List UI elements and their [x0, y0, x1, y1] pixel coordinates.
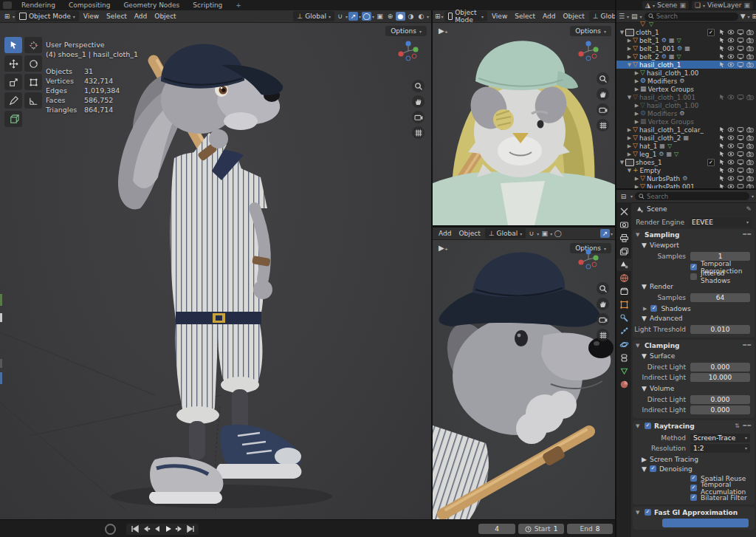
editor-type-icon[interactable]: ⊟ — [619, 192, 628, 201]
expand-arrow[interactable]: ▶ — [633, 78, 640, 84]
outliner-row-belt-1[interactable]: ▶▽belt_1⚙▦▽ — [616, 36, 756, 44]
outliner-row-hasil-cloth-1-colar-[interactable]: ▶▽hasil_cloth_1_colar_ — [616, 126, 756, 134]
spatial-reuse-checkbox[interactable]: ✓ — [690, 475, 697, 482]
outliner-row-empty[interactable]: ▼+Empty — [616, 166, 756, 174]
orientation-dropdown[interactable]: ⊥ Global▾ — [293, 11, 334, 21]
zoom-icon[interactable] — [597, 72, 609, 85]
new-viewlayer-icon[interactable]: ▣ — [743, 1, 750, 9]
volume-subpanel-header[interactable]: ▼Volume — [633, 383, 755, 393]
selectable-toggle-icon[interactable] — [718, 37, 726, 44]
disable-viewport-monitor-icon[interactable] — [737, 94, 745, 100]
editor-type-icon[interactable]: ⊞ — [2, 12, 12, 21]
outliner-row-leg-1[interactable]: ▶▽leg_1⚙▦▽ — [616, 150, 756, 158]
nav-gizmo[interactable] — [397, 40, 419, 62]
properties-search-input[interactable] — [647, 193, 746, 200]
scale-tool-button[interactable] — [4, 74, 22, 90]
outliner-row-nurbspath[interactable]: ▶▽NurbsPath⚙ — [616, 174, 756, 182]
workspace-tab-rendering[interactable]: Rendering — [15, 0, 62, 10]
disable-viewport-monitor-icon[interactable] — [737, 175, 745, 182]
bilateral-filter-checkbox[interactable]: ✓ — [690, 494, 697, 501]
filter-collection-icon[interactable]: ▤ — [631, 12, 638, 21]
properties-tab-data[interactable] — [616, 365, 631, 377]
volume-indirect-light-input[interactable]: 0.000 — [690, 406, 750, 414]
render-engine-dropdown[interactable]: EEVEE▾ — [689, 218, 752, 227]
viewport-subpanel-header[interactable]: ▼Viewport — [633, 240, 755, 250]
pan-hand-icon[interactable] — [597, 298, 609, 310]
app-menu-icon[interactable] — [3, 1, 12, 9]
disable-render-camera-icon[interactable] — [746, 53, 755, 60]
selectable-toggle-icon[interactable] — [718, 53, 726, 60]
selectable-toggle-icon[interactable] — [718, 159, 726, 165]
expand-arrow[interactable]: ▶ — [633, 119, 640, 125]
move-tool-button[interactable] — [4, 55, 22, 72]
properties-tab-viewlayer[interactable] — [616, 245, 631, 258]
collection-checkbox[interactable]: ✓ — [707, 159, 715, 166]
pan-hand-icon[interactable] — [597, 88, 609, 100]
fastgi-checkbox[interactable]: ✓ — [645, 509, 651, 516]
snap-icon[interactable]: ↗ — [600, 229, 610, 238]
new-scene-icon[interactable]: ▣ — [679, 1, 686, 9]
shading-wireframe-icon[interactable]: ⊕ — [385, 12, 395, 21]
selectable-toggle-icon[interactable] — [718, 94, 726, 100]
outliner-row-modifiers[interactable]: ▶⚙Modifiers⚙ — [616, 109, 756, 117]
workspace-tab-scripting[interactable]: Scripting — [186, 0, 229, 10]
expand-arrow[interactable]: ▶ — [626, 143, 633, 149]
selectable-toggle-icon[interactable] — [718, 29, 726, 35]
shading-material-icon[interactable]: ◑ — [406, 12, 416, 21]
play-reverse-button[interactable] — [152, 525, 162, 533]
annotate-tool-button[interactable] — [4, 92, 22, 109]
measure-tool-button[interactable] — [24, 92, 42, 109]
jittered-shadows-checkbox[interactable] — [690, 273, 697, 280]
pan-hand-icon[interactable] — [412, 95, 425, 108]
pin-icon[interactable]: ✎ — [746, 205, 752, 213]
properties-tab-output[interactable] — [616, 232, 631, 244]
divider-vertical-main[interactable] — [431, 10, 433, 519]
mode-dropdown[interactable]: Object Mode▾ — [444, 11, 487, 21]
outliner-row-vertex-groups[interactable]: ▶▦Vertex Groups — [616, 85, 756, 93]
volume-direct-light-input[interactable]: 0.000 — [690, 395, 750, 404]
render-pass-icon[interactable]: ▣ — [375, 12, 385, 21]
expand-arrow[interactable]: ▶ — [633, 176, 640, 182]
new-collection-icon[interactable]: ⊞ — [752, 12, 756, 21]
auto-keying-record-icon[interactable] — [105, 524, 116, 535]
expand-arrow[interactable]: ▶ — [633, 111, 640, 117]
disable-viewport-monitor-icon[interactable] — [737, 167, 745, 174]
fastgi-method-dropdown[interactable] — [662, 519, 749, 527]
disable-render-camera-icon[interactable] — [746, 134, 755, 141]
menu-view[interactable]: View — [80, 13, 103, 20]
properties-tab-object[interactable] — [616, 298, 631, 311]
expand-arrow[interactable]: ▼ — [619, 30, 625, 35]
hide-viewport-eye-icon[interactable] — [727, 29, 735, 35]
properties-tab-physics[interactable] — [616, 338, 631, 351]
raytracing-panel-header[interactable]: ▼ ✓ Raytracing⇅ ══ — [633, 420, 755, 431]
disable-render-camera-icon[interactable] — [746, 143, 755, 149]
hide-viewport-eye-icon[interactable] — [727, 159, 735, 165]
disable-render-camera-icon[interactable] — [746, 61, 755, 68]
menu-object[interactable]: Object — [559, 13, 588, 20]
disable-viewport-monitor-icon[interactable] — [737, 134, 745, 141]
add-workspace-tab[interactable]: + — [229, 0, 248, 10]
zoom-icon[interactable] — [597, 282, 609, 295]
ortho-grid-icon[interactable] — [412, 126, 425, 139]
current-frame-field[interactable]: 4 — [478, 524, 515, 534]
selectable-toggle-icon[interactable] — [718, 151, 726, 157]
hide-viewport-eye-icon[interactable] — [727, 126, 735, 133]
expand-arrow[interactable]: ▶ — [626, 127, 633, 133]
outliner-row-vertex-groups[interactable]: ▶▦Vertex Groups — [616, 117, 756, 126]
selectable-toggle-icon[interactable] — [718, 126, 726, 133]
hide-viewport-eye-icon[interactable] — [727, 37, 735, 44]
nav-gizmo[interactable] — [577, 248, 599, 270]
menu-add[interactable]: Add — [435, 230, 455, 237]
outliner-row-belt-1-001[interactable]: ▶▽belt_1_001⚙▦ — [616, 44, 756, 52]
render-pass-icon[interactable]: ▣ — [540, 229, 549, 238]
hide-viewport-eye-icon[interactable] — [727, 151, 735, 157]
camera-view-icon[interactable] — [597, 103, 609, 116]
disable-viewport-monitor-icon[interactable] — [737, 53, 745, 60]
expand-arrow[interactable]: ▼ — [626, 95, 633, 100]
raytracing-checkbox[interactable]: ✓ — [645, 423, 651, 429]
divider-vertical-right[interactable] — [615, 0, 616, 537]
properties-tab-collection[interactable] — [616, 285, 631, 298]
expand-arrow[interactable]: ▶ — [626, 54, 633, 60]
method-dropdown[interactable]: Screen-Trace▾ — [690, 434, 750, 442]
outliner-row-hasil-cloth-1[interactable]: ▼▽hasil_cloth_1 — [616, 61, 756, 69]
